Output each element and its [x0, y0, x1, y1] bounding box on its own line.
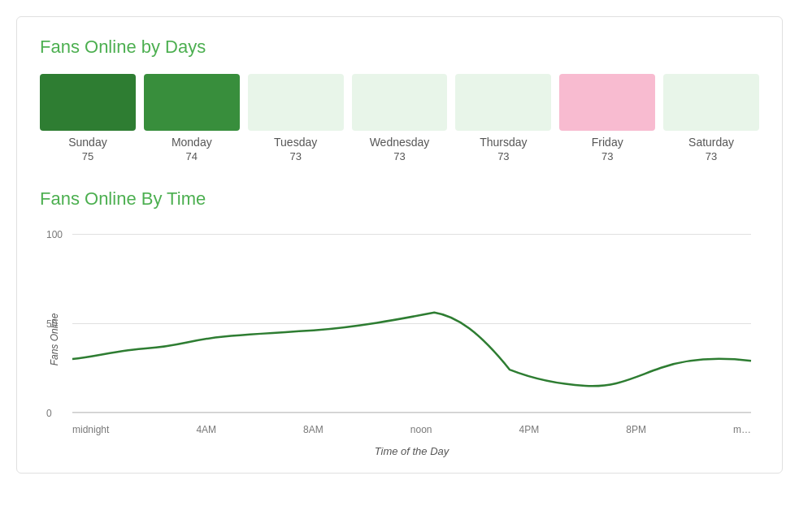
day-name-wednesday: Wednesday — [370, 136, 430, 149]
day-name-friday: Friday — [592, 136, 623, 149]
day-box-friday — [559, 74, 655, 131]
day-block-sunday: Sunday75 — [40, 74, 136, 162]
time-chart-area: Fans Online 100 50 0 — [40, 226, 759, 453]
day-box-sunday — [40, 74, 136, 131]
days-grid: Sunday75Monday74Tuesday73Wednesday73Thur… — [40, 74, 759, 162]
day-value-friday: 73 — [601, 150, 613, 162]
chart-inner: 100 50 0 midnight 4AM 8AM noon — [72, 234, 751, 413]
y-label-100: 100 — [46, 229, 63, 240]
day-box-thursday — [455, 74, 551, 131]
day-box-tuesday — [248, 74, 344, 131]
day-box-monday — [144, 74, 240, 131]
day-block-wednesday: Wednesday73 — [352, 74, 448, 162]
day-block-monday: Monday74 — [144, 74, 240, 162]
x-label-midnight2: m… — [733, 424, 751, 435]
x-label-midnight: midnight — [72, 424, 109, 435]
grid-line-0: 0 — [72, 413, 751, 413]
days-title: Fans Online by Days — [40, 37, 759, 58]
day-name-sunday: Sunday — [68, 136, 106, 149]
day-value-tuesday: 73 — [289, 150, 301, 162]
x-label-4pm: 4PM — [519, 424, 540, 435]
line-chart-svg — [72, 234, 751, 413]
x-labels: midnight 4AM 8AM noon 4PM 8PM m… — [72, 424, 751, 435]
y-label-50: 50 — [46, 318, 57, 330]
day-value-wednesday: 73 — [393, 150, 405, 162]
day-block-thursday: Thursday73 — [455, 74, 551, 162]
x-label-4am: 4AM — [196, 424, 216, 435]
day-value-thursday: 73 — [497, 150, 509, 162]
day-value-saturday: 73 — [706, 150, 717, 162]
day-block-saturday: Saturday73 — [663, 74, 759, 162]
day-name-tuesday: Tuesday — [274, 136, 317, 149]
day-box-wednesday — [352, 74, 448, 131]
x-axis-line — [72, 412, 751, 413]
day-block-friday: Friday73 — [559, 74, 655, 162]
day-box-saturday — [663, 74, 759, 131]
day-name-monday: Monday — [172, 136, 212, 149]
day-block-tuesday: Tuesday73 — [248, 74, 344, 162]
day-name-saturday: Saturday — [688, 136, 734, 149]
day-name-thursday: Thursday — [480, 136, 527, 149]
x-label-8pm: 8PM — [626, 424, 646, 435]
x-label-noon: noon — [410, 424, 432, 435]
day-value-sunday: 75 — [82, 150, 93, 162]
time-title: Fans Online By Time — [40, 188, 759, 210]
day-value-monday: 74 — [186, 150, 198, 162]
y-label-0: 0 — [46, 408, 52, 419]
x-label-8am: 8AM — [303, 424, 324, 435]
main-card: Fans Online by Days Sunday75Monday74Tues… — [16, 16, 783, 474]
x-axis-title: Time of the Day — [72, 445, 751, 457]
